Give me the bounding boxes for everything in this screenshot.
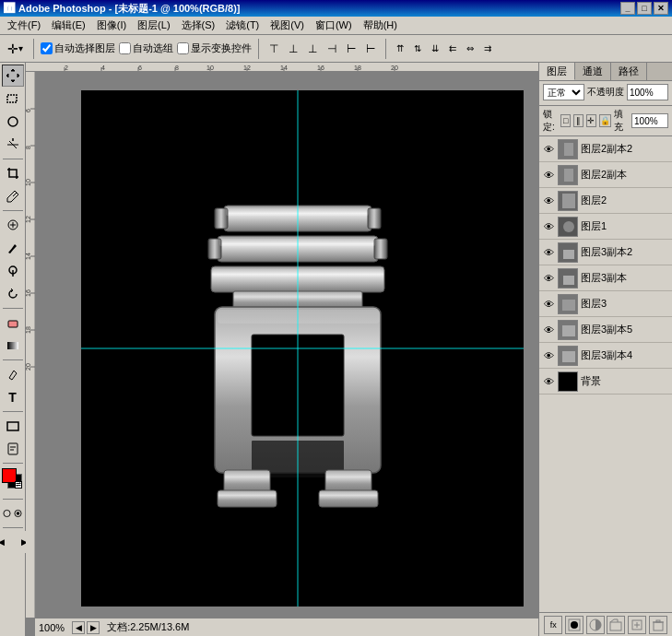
- opacity-input[interactable]: [627, 84, 668, 100]
- menu-file[interactable]: 文件(F): [2, 17, 46, 34]
- layer-visibility-btn[interactable]: 👁: [542, 272, 555, 285]
- eraser-tool[interactable]: [2, 312, 24, 334]
- close-btn[interactable]: ✕: [654, 2, 668, 15]
- dist-hcenter-btn[interactable]: ⇔: [463, 39, 477, 59]
- layer-item[interactable]: 👁 图层3副本4: [539, 343, 672, 369]
- menu-edit[interactable]: 编辑(E): [46, 17, 91, 34]
- show-transform-controls-label[interactable]: 显示变换控件: [177, 41, 252, 55]
- menu-image[interactable]: 图像(I): [91, 17, 132, 34]
- layer-visibility-btn[interactable]: 👁: [542, 169, 555, 182]
- dist-top-btn[interactable]: ⇈: [393, 39, 407, 59]
- auto-select-group-label[interactable]: 自动选组: [119, 41, 173, 55]
- prev-btn[interactable]: ◀: [0, 531, 12, 553]
- menu-view[interactable]: 视图(V): [265, 17, 310, 34]
- lock-paint-btn[interactable]: ∥: [573, 114, 584, 127]
- svg-rect-95: [562, 300, 575, 311]
- layer-item[interactable]: 👁 图层3: [539, 291, 672, 317]
- show-transform-checkbox[interactable]: [177, 42, 189, 54]
- layer-thumbnail: [558, 320, 578, 340]
- swap-colors-btn[interactable]: ⇌: [15, 481, 22, 489]
- standard-mode-btn[interactable]: [2, 502, 12, 524]
- layer-visibility-btn[interactable]: 👁: [542, 194, 555, 207]
- layer-item[interactable]: 👁 图层2: [539, 188, 672, 214]
- layer-visibility-btn[interactable]: 👁: [542, 143, 555, 156]
- layer-item[interactable]: 👁 图层2副本2: [539, 136, 672, 162]
- layer-item[interactable]: 👁 图层3副本: [539, 265, 672, 291]
- title-controls[interactable]: _ □ ✕: [620, 2, 668, 15]
- maximize-btn[interactable]: □: [637, 2, 652, 15]
- dist-bottom-btn[interactable]: ⇊: [428, 39, 442, 59]
- brush-tool[interactable]: [2, 237, 24, 259]
- layer-visibility-btn[interactable]: 👁: [542, 375, 555, 388]
- layer-visibility-btn[interactable]: 👁: [542, 324, 555, 336]
- dist-vmid-btn[interactable]: ⇅: [410, 39, 425, 59]
- adjustment-layer-btn[interactable]: [586, 616, 605, 634]
- lasso-tool[interactable]: [2, 111, 24, 133]
- clone-tool[interactable]: [2, 260, 24, 282]
- layer-item[interactable]: 👁 背景: [539, 369, 672, 395]
- layer-visibility-btn[interactable]: 👁: [542, 298, 555, 311]
- text-tool[interactable]: T: [2, 386, 24, 408]
- layer-visibility-btn[interactable]: 👁: [542, 349, 555, 362]
- delete-layer-btn[interactable]: [649, 616, 667, 634]
- layer-visibility-btn[interactable]: 👁: [542, 220, 555, 233]
- blend-mode-select[interactable]: 正常: [543, 84, 584, 100]
- layer-item[interactable]: 👁 图层3副本2: [539, 240, 672, 265]
- menu-filter[interactable]: 滤镜(T): [220, 17, 265, 34]
- layer-styles-btn[interactable]: fx: [544, 616, 562, 634]
- selection-tool[interactable]: [2, 88, 24, 110]
- canvas-area: 2 4 6 8 10 12 14 16 18 20: [26, 63, 538, 636]
- move-tool-btn[interactable]: ✛ ▾: [4, 39, 27, 59]
- lock-all-btn[interactable]: 🔒: [599, 114, 611, 127]
- opacity-label: 不透明度: [587, 86, 624, 99]
- auto-select-layer-checkbox[interactable]: [41, 42, 53, 54]
- layer-visibility-btn[interactable]: 👁: [542, 246, 555, 259]
- align-vmid-btn[interactable]: ⊥: [285, 39, 301, 59]
- layer-group-btn[interactable]: [607, 616, 625, 634]
- layer-name: 图层3: [581, 297, 607, 311]
- dist-right-btn[interactable]: ⇉: [480, 39, 495, 59]
- menu-window[interactable]: 窗口(W): [310, 17, 358, 34]
- layer-item[interactable]: 👁 图层3副本5: [539, 317, 672, 343]
- move-tool[interactable]: [2, 65, 24, 87]
- menu-layer[interactable]: 图层(L): [132, 17, 175, 34]
- canvas-viewport[interactable]: [35, 72, 538, 618]
- notes-tool[interactable]: [2, 438, 24, 460]
- history-tool[interactable]: [2, 283, 24, 305]
- quick-mask-btn[interactable]: [13, 502, 23, 524]
- magic-wand-tool[interactable]: [2, 134, 24, 156]
- align-left-btn[interactable]: ⊣: [324, 39, 340, 59]
- nav-prev-btn[interactable]: ◀: [72, 621, 85, 634]
- layer-mask-btn[interactable]: [565, 616, 584, 634]
- layer-item[interactable]: 👁 图层2副本: [539, 162, 672, 188]
- gradient-tool[interactable]: [2, 335, 24, 357]
- lock-move-btn[interactable]: ✛: [586, 114, 596, 127]
- layer-item[interactable]: 👁 图层1: [539, 214, 672, 240]
- new-layer-btn[interactable]: [628, 616, 646, 634]
- tab-channels[interactable]: 通道: [575, 63, 611, 80]
- svg-rect-12: [7, 342, 18, 349]
- layer-thumbnail: [558, 268, 578, 289]
- fill-input[interactable]: [631, 113, 668, 128]
- tab-layers[interactable]: 图层: [539, 63, 575, 80]
- pen-tool[interactable]: [2, 363, 24, 385]
- art-canvas[interactable]: [81, 90, 524, 607]
- dist-left-btn[interactable]: ⇇: [445, 39, 460, 59]
- tool-sep2: [3, 210, 23, 211]
- align-top-btn[interactable]: ⊤: [265, 39, 282, 59]
- tab-paths[interactable]: 路径: [611, 63, 647, 80]
- align-hcenter-btn[interactable]: ⊢: [343, 39, 360, 59]
- lock-transparency-btn[interactable]: □: [560, 114, 571, 127]
- nav-next-btn[interactable]: ▶: [87, 621, 100, 634]
- shape-tool[interactable]: [2, 415, 24, 437]
- heal-tool[interactable]: [2, 214, 24, 236]
- eyedropper-tool[interactable]: [2, 185, 24, 207]
- menu-select[interactable]: 选择(S): [176, 17, 221, 34]
- align-bottom-btn[interactable]: ⊥: [304, 39, 321, 59]
- minimize-btn[interactable]: _: [620, 2, 635, 15]
- align-right-btn[interactable]: ⊢: [362, 39, 379, 59]
- auto-select-layer-label[interactable]: 自动选择图层: [41, 41, 115, 55]
- auto-select-group-checkbox[interactable]: [119, 42, 131, 54]
- menu-help[interactable]: 帮助(H): [358, 17, 403, 34]
- crop-tool[interactable]: [2, 162, 24, 184]
